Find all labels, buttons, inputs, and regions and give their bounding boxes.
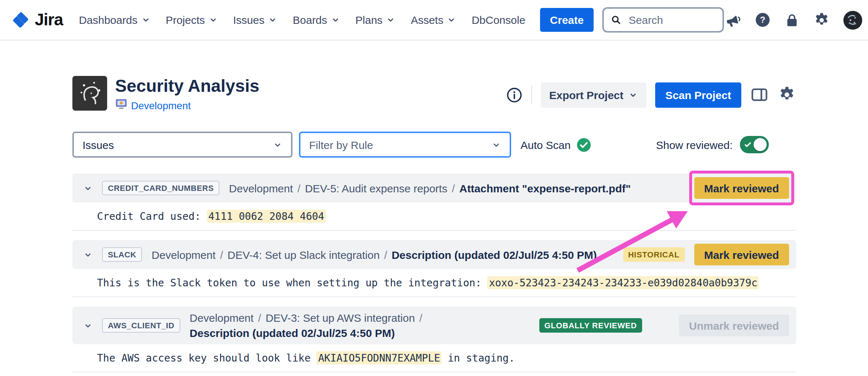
rule-badge: AWS_CLIENT_ID (102, 318, 180, 333)
nav-item-label: Dashboards (79, 14, 138, 26)
user-avatar[interactable] (844, 10, 863, 29)
breadcrumb-segment: DEV-3: Set up AWS integration (266, 312, 415, 324)
nav-left: Jira Dashboards Projects Issues (12, 7, 724, 33)
svg-text:?: ? (760, 15, 766, 25)
nav-item-assets[interactable]: Assets (411, 14, 456, 26)
breadcrumb-segment: Development (190, 312, 254, 324)
chevron-down-icon (273, 140, 282, 149)
rule-badge: SLACK (102, 247, 142, 262)
nav-item-dashboards[interactable]: Dashboards (79, 14, 151, 26)
show-reviewed-toggle[interactable] (740, 136, 769, 153)
breadcrumb-separator: / (219, 248, 224, 261)
top-navigation: Jira Dashboards Projects Issues (0, 0, 868, 40)
breadcrumb-segment: Description (updated 02/Jul/25 4:50 PM) (190, 327, 395, 339)
chevron-down-icon (492, 140, 501, 149)
scan-project-button[interactable]: Scan Project (655, 82, 741, 107)
nav-item-boards[interactable]: Boards (293, 14, 340, 26)
check-icon (743, 140, 752, 149)
chevron-down-icon (628, 90, 638, 99)
info-icon[interactable] (506, 86, 522, 103)
nav-item-projects[interactable]: Projects (166, 14, 218, 26)
finding-group: AWS_CLIENT_ID Development / DEV-3: Set u… (72, 307, 796, 372)
search-input[interactable] (627, 13, 716, 27)
main-menu: Dashboards Projects Issues Boards (79, 14, 525, 26)
secret-highlight: AKIAIO5FODNN7EXAMPLE (317, 351, 442, 364)
jira-logo[interactable]: Jira (12, 10, 63, 30)
content-text: in staging. (442, 352, 515, 364)
lock-icon[interactable] (784, 12, 800, 28)
secret-highlight: 4111 0062 2084 4604 (207, 210, 325, 223)
chevron-down-icon (331, 15, 340, 25)
details-panel-icon[interactable] (750, 85, 769, 104)
page-header-left: Security Analysis Development (72, 76, 259, 114)
page-titles: Security Analysis Development (115, 77, 259, 113)
review-action-button[interactable]: Mark reviewed (694, 244, 789, 265)
collapse-chevron-icon[interactable] (83, 321, 93, 330)
finding-breadcrumb: Development / DEV-5: Audit expense repor… (229, 180, 685, 196)
breadcrumb-segment: Development (152, 248, 216, 261)
chevron-down-icon (447, 15, 456, 25)
nav-item-label: Issues (233, 14, 265, 26)
status-badge: GLOBALLY REVIEWED (539, 318, 642, 333)
auto-scan-label: Auto Scan (521, 138, 570, 151)
chevron-down-icon (208, 15, 218, 25)
finding-content: The AWS access key should look like AKIA… (72, 344, 796, 372)
help-icon[interactable]: ? (755, 12, 771, 28)
breadcrumb-separator: / (257, 312, 262, 324)
breadcrumb-segment: Development (229, 182, 293, 194)
breadcrumb-separator: / (296, 182, 302, 194)
nav-item-label: Plans (355, 14, 383, 26)
divider (531, 85, 532, 104)
create-button[interactable]: Create (540, 8, 594, 32)
settings-icon[interactable] (813, 11, 831, 29)
auto-scan-check-icon (576, 137, 591, 152)
finding-header: CREDIT_CARD_NUMBERS Development / DEV-5:… (72, 174, 796, 202)
auto-scan-status: Auto Scan (521, 137, 591, 152)
finding-header: AWS_CLIENT_ID Development / DEV-3: Set u… (72, 307, 796, 344)
announcement-icon[interactable] (724, 11, 742, 29)
nav-item-label: Assets (411, 14, 443, 26)
finding-group: SLACK Development / DEV-4: Set up Slack … (72, 240, 796, 297)
filters-bar: Issues Filter by Rule Auto Scan Show rev… (72, 132, 796, 158)
review-action-button: Unmark reviewed (679, 315, 789, 336)
breadcrumb-segment: Attachment "expense-report.pdf" (459, 182, 631, 194)
findings-list: CREDIT_CARD_NUMBERS Development / DEV-5:… (72, 174, 796, 372)
nav-item-dbconsole[interactable]: DbConsole (472, 14, 525, 26)
show-reviewed-label: Show reviewed: (656, 138, 733, 151)
app-window: Jira Dashboards Projects Issues (0, 0, 868, 376)
chevron-down-icon (268, 15, 278, 25)
rule-filter-placeholder: Filter by Rule (309, 138, 373, 151)
finding-header: SLACK Development / DEV-4: Set up Slack … (72, 240, 796, 269)
content-text: This is the Slack token to use when sett… (97, 277, 488, 289)
breadcrumb-segment: Description (updated 02/Jul/25 4:50 PM) (392, 248, 597, 261)
project-link[interactable]: Development (131, 99, 191, 111)
nav-item-label: DbConsole (472, 14, 525, 26)
finding-breadcrumb: Development / DEV-3: Set up AWS integrat… (190, 310, 530, 341)
collapse-chevron-icon[interactable] (83, 183, 93, 193)
page-header: Security Analysis Development (72, 77, 796, 113)
breadcrumb-segment: DEV-5: Audit expense reports (305, 182, 447, 194)
chevron-down-icon (386, 15, 396, 25)
breadcrumb-separator: / (383, 248, 388, 261)
page-title: Security Analysis (115, 77, 259, 96)
toggle-knob (754, 138, 767, 151)
search-box[interactable] (603, 7, 724, 33)
page-settings-icon[interactable] (778, 85, 796, 104)
breadcrumb-separator: / (450, 182, 456, 194)
export-project-button[interactable]: Export Project (540, 82, 646, 107)
page-header-actions: Export Project Scan Project (506, 82, 796, 107)
review-action-button[interactable]: Mark reviewed (694, 177, 789, 199)
issues-select-value: Issues (83, 138, 114, 151)
collapse-chevron-icon[interactable] (83, 250, 93, 259)
project-icon (115, 98, 127, 113)
search-icon (611, 14, 621, 26)
finding-group: CREDIT_CARD_NUMBERS Development / DEV-5:… (72, 174, 796, 231)
secret-highlight: xoxo-523423-234243-234233-e039d02840a0b9… (488, 276, 759, 289)
show-reviewed-control: Show reviewed: (656, 136, 769, 153)
rule-filter-select[interactable]: Filter by Rule (299, 132, 511, 158)
breadcrumb-separator: / (418, 312, 424, 324)
nav-item-issues[interactable]: Issues (233, 14, 278, 26)
rule-badge: CREDIT_CARD_NUMBERS (102, 181, 220, 195)
nav-item-plans[interactable]: Plans (355, 14, 396, 26)
issues-select[interactable]: Issues (72, 132, 292, 158)
